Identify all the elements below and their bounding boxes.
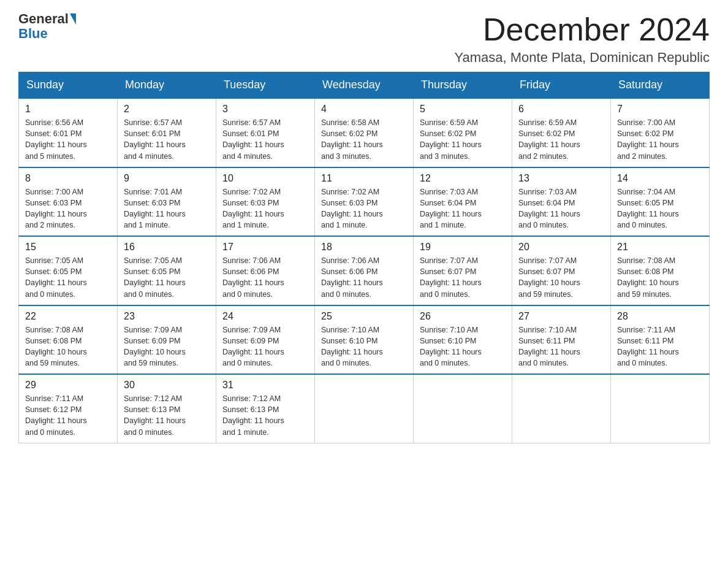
calendar-table: SundayMondayTuesdayWednesdayThursdayFrid…	[18, 72, 710, 443]
calendar-cell: 28Sunrise: 7:11 AM Sunset: 6:11 PM Dayli…	[611, 305, 710, 375]
day-number: 5	[420, 104, 506, 115]
calendar-cell: 27Sunrise: 7:10 AM Sunset: 6:11 PM Dayli…	[512, 305, 611, 375]
calendar-cell: 30Sunrise: 7:12 AM Sunset: 6:13 PM Dayli…	[118, 374, 216, 443]
day-number: 13	[518, 173, 604, 184]
calendar-cell	[512, 374, 611, 443]
calendar-cell: 23Sunrise: 7:09 AM Sunset: 6:09 PM Dayli…	[118, 305, 216, 375]
day-info: Sunrise: 7:01 AM Sunset: 6:03 PM Dayligh…	[124, 186, 210, 231]
day-info: Sunrise: 6:59 AM Sunset: 6:02 PM Dayligh…	[518, 117, 604, 162]
calendar-cell: 29Sunrise: 7:11 AM Sunset: 6:12 PM Dayli…	[19, 374, 118, 443]
day-info: Sunrise: 7:09 AM Sunset: 6:09 PM Dayligh…	[124, 324, 210, 369]
day-number: 7	[617, 104, 703, 115]
calendar-cell: 5Sunrise: 6:59 AM Sunset: 6:02 PM Daylig…	[414, 98, 512, 167]
day-number: 6	[518, 104, 604, 115]
calendar-cell: 7Sunrise: 7:00 AM Sunset: 6:02 PM Daylig…	[611, 98, 710, 167]
weekday-header-sunday: Sunday	[19, 72, 118, 99]
title-block: December 2024 Yamasa, Monte Plata, Domin…	[454, 12, 710, 66]
day-number: 1	[25, 104, 111, 115]
calendar-cell: 17Sunrise: 7:06 AM Sunset: 6:06 PM Dayli…	[216, 236, 315, 305]
day-number: 21	[617, 242, 703, 253]
day-info: Sunrise: 7:12 AM Sunset: 6:13 PM Dayligh…	[124, 393, 210, 438]
day-number: 22	[25, 311, 111, 322]
calendar-cell: 18Sunrise: 7:06 AM Sunset: 6:06 PM Dayli…	[315, 236, 414, 305]
calendar-week-row: 22Sunrise: 7:08 AM Sunset: 6:08 PM Dayli…	[19, 305, 710, 375]
day-info: Sunrise: 7:08 AM Sunset: 6:08 PM Dayligh…	[25, 324, 111, 369]
weekday-header-friday: Friday	[512, 72, 611, 99]
calendar-cell: 25Sunrise: 7:10 AM Sunset: 6:10 PM Dayli…	[315, 305, 414, 375]
day-info: Sunrise: 7:10 AM Sunset: 6:10 PM Dayligh…	[321, 324, 407, 369]
day-info: Sunrise: 7:06 AM Sunset: 6:06 PM Dayligh…	[222, 255, 308, 300]
location-title: Yamasa, Monte Plata, Dominican Republic	[454, 50, 710, 66]
day-info: Sunrise: 7:05 AM Sunset: 6:05 PM Dayligh…	[124, 255, 210, 300]
calendar-cell: 14Sunrise: 7:04 AM Sunset: 6:05 PM Dayli…	[611, 167, 710, 237]
day-info: Sunrise: 7:06 AM Sunset: 6:06 PM Dayligh…	[321, 255, 407, 300]
calendar-cell: 12Sunrise: 7:03 AM Sunset: 6:04 PM Dayli…	[414, 167, 512, 237]
day-number: 26	[420, 311, 506, 322]
day-info: Sunrise: 7:09 AM Sunset: 6:09 PM Dayligh…	[222, 324, 308, 369]
calendar-cell: 24Sunrise: 7:09 AM Sunset: 6:09 PM Dayli…	[216, 305, 315, 375]
day-info: Sunrise: 7:02 AM Sunset: 6:03 PM Dayligh…	[321, 186, 407, 231]
day-info: Sunrise: 7:10 AM Sunset: 6:10 PM Dayligh…	[420, 324, 506, 369]
day-info: Sunrise: 6:56 AM Sunset: 6:01 PM Dayligh…	[25, 117, 111, 162]
calendar-cell: 26Sunrise: 7:10 AM Sunset: 6:10 PM Dayli…	[414, 305, 512, 375]
day-info: Sunrise: 6:57 AM Sunset: 6:01 PM Dayligh…	[222, 117, 308, 162]
calendar-cell: 15Sunrise: 7:05 AM Sunset: 6:05 PM Dayli…	[19, 236, 118, 305]
day-number: 31	[222, 380, 308, 391]
day-number: 12	[420, 173, 506, 184]
calendar-week-row: 1Sunrise: 6:56 AM Sunset: 6:01 PM Daylig…	[19, 98, 710, 167]
calendar-cell: 6Sunrise: 6:59 AM Sunset: 6:02 PM Daylig…	[512, 98, 611, 167]
day-number: 11	[321, 173, 407, 184]
day-info: Sunrise: 7:11 AM Sunset: 6:11 PM Dayligh…	[617, 324, 703, 369]
calendar-cell: 11Sunrise: 7:02 AM Sunset: 6:03 PM Dayli…	[315, 167, 414, 237]
day-number: 28	[617, 311, 703, 322]
day-number: 30	[124, 380, 210, 391]
calendar-cell: 20Sunrise: 7:07 AM Sunset: 6:07 PM Dayli…	[512, 236, 611, 305]
day-number: 15	[25, 242, 111, 253]
day-info: Sunrise: 7:10 AM Sunset: 6:11 PM Dayligh…	[518, 324, 604, 369]
day-info: Sunrise: 7:07 AM Sunset: 6:07 PM Dayligh…	[518, 255, 604, 300]
calendar-cell: 22Sunrise: 7:08 AM Sunset: 6:08 PM Dayli…	[19, 305, 118, 375]
day-number: 24	[222, 311, 308, 322]
weekday-header-wednesday: Wednesday	[315, 72, 414, 99]
day-info: Sunrise: 6:58 AM Sunset: 6:02 PM Dayligh…	[321, 117, 407, 162]
day-info: Sunrise: 7:04 AM Sunset: 6:05 PM Dayligh…	[617, 186, 703, 231]
calendar-week-row: 8Sunrise: 7:00 AM Sunset: 6:03 PM Daylig…	[19, 167, 710, 237]
day-info: Sunrise: 7:11 AM Sunset: 6:12 PM Dayligh…	[25, 393, 111, 438]
day-info: Sunrise: 7:05 AM Sunset: 6:05 PM Dayligh…	[25, 255, 111, 300]
day-info: Sunrise: 7:03 AM Sunset: 6:04 PM Dayligh…	[518, 186, 604, 231]
weekday-header-row: SundayMondayTuesdayWednesdayThursdayFrid…	[19, 72, 710, 99]
calendar-cell: 8Sunrise: 7:00 AM Sunset: 6:03 PM Daylig…	[19, 167, 118, 237]
day-number: 25	[321, 311, 407, 322]
day-number: 19	[420, 242, 506, 253]
calendar-cell: 10Sunrise: 7:02 AM Sunset: 6:03 PM Dayli…	[216, 167, 315, 237]
day-number: 4	[321, 104, 407, 115]
day-info: Sunrise: 7:00 AM Sunset: 6:03 PM Dayligh…	[25, 186, 111, 231]
day-number: 23	[124, 311, 210, 322]
weekday-header-thursday: Thursday	[414, 72, 512, 99]
calendar-cell: 9Sunrise: 7:01 AM Sunset: 6:03 PM Daylig…	[118, 167, 216, 237]
day-number: 16	[124, 242, 210, 253]
calendar-cell	[611, 374, 710, 443]
calendar-cell: 4Sunrise: 6:58 AM Sunset: 6:02 PM Daylig…	[315, 98, 414, 167]
day-info: Sunrise: 7:07 AM Sunset: 6:07 PM Dayligh…	[420, 255, 506, 300]
month-title: December 2024	[454, 12, 710, 47]
calendar-cell: 31Sunrise: 7:12 AM Sunset: 6:13 PM Dayli…	[216, 374, 315, 443]
day-number: 14	[617, 173, 703, 184]
calendar-cell: 21Sunrise: 7:08 AM Sunset: 6:08 PM Dayli…	[611, 236, 710, 305]
day-info: Sunrise: 7:08 AM Sunset: 6:08 PM Dayligh…	[617, 255, 703, 300]
weekday-header-monday: Monday	[118, 72, 216, 99]
page-header: General Blue December 2024 Yamasa, Monte…	[18, 12, 710, 66]
day-info: Sunrise: 6:59 AM Sunset: 6:02 PM Dayligh…	[420, 117, 506, 162]
day-info: Sunrise: 7:00 AM Sunset: 6:02 PM Dayligh…	[617, 117, 703, 162]
weekday-header-tuesday: Tuesday	[216, 72, 315, 99]
calendar-cell: 3Sunrise: 6:57 AM Sunset: 6:01 PM Daylig…	[216, 98, 315, 167]
calendar-cell	[315, 374, 414, 443]
calendar-cell	[414, 374, 512, 443]
calendar-week-row: 15Sunrise: 7:05 AM Sunset: 6:05 PM Dayli…	[19, 236, 710, 305]
calendar-cell: 16Sunrise: 7:05 AM Sunset: 6:05 PM Dayli…	[118, 236, 216, 305]
weekday-header-saturday: Saturday	[611, 72, 710, 99]
day-number: 27	[518, 311, 604, 322]
day-info: Sunrise: 7:03 AM Sunset: 6:04 PM Dayligh…	[420, 186, 506, 231]
day-number: 20	[518, 242, 604, 253]
day-info: Sunrise: 7:12 AM Sunset: 6:13 PM Dayligh…	[222, 393, 308, 438]
